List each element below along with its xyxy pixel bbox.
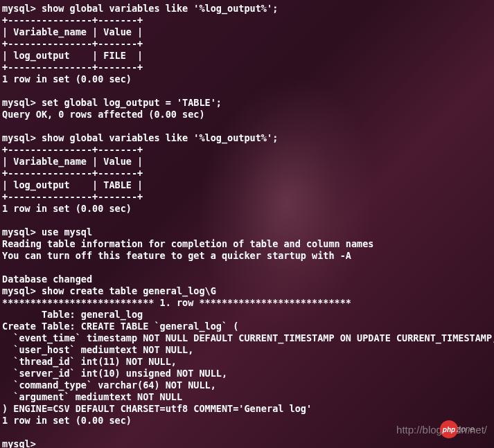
terminal-output[interactable]: mysql> show global variables like '%log_… — [2, 3, 492, 448]
php-logo-suffix: zone — [457, 424, 475, 436]
php-logo-icon: php — [440, 420, 458, 438]
php-logo: php zone — [440, 420, 475, 438]
